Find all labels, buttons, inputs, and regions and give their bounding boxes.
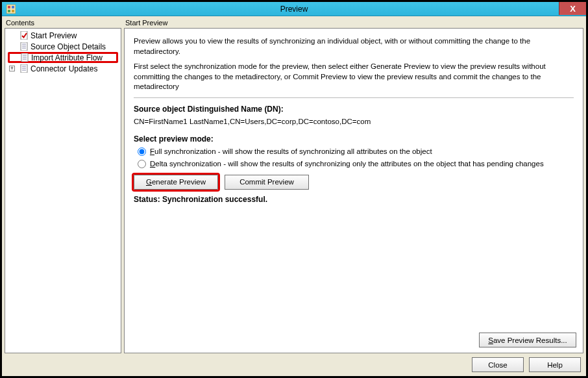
tree-item-label: Start Preview (31, 31, 77, 40)
doc-icon (19, 42, 29, 51)
tree-item-label: Source Object Details (31, 42, 106, 51)
titlebar: Preview X (2, 2, 586, 16)
preview-window: Preview X Contents Start Preview (0, 0, 588, 378)
close-icon[interactable]: X (559, 2, 586, 15)
client-area: Contents Start Preview (2, 16, 586, 376)
doc-icon (20, 53, 29, 62)
sidebar-header: Contents (5, 18, 121, 28)
radio-full-sync[interactable]: Full synchronization - will show the res… (134, 147, 574, 156)
content-header: Start Preview (124, 18, 583, 28)
tree-item-start-preview[interactable]: Start Preview (5, 30, 121, 41)
svg-rect-5 (21, 31, 27, 40)
sidebar: Contents Start Preview (5, 18, 121, 353)
tree-view[interactable]: Start Preview Source Object Details (5, 28, 121, 353)
app-icon (6, 4, 16, 14)
commit-preview-button[interactable]: Commit Preview (225, 175, 309, 190)
radio-delta-sync[interactable]: Delta synchronization - will show the re… (134, 160, 574, 168)
tree-item-label: Connector Updates (31, 64, 97, 73)
dn-value: CN=FirstName1 LastName1,CN=Users,DC=corp… (134, 118, 574, 125)
intro-text-2: First select the synchronization mode fo… (134, 62, 574, 92)
mode-label: Select preview mode: (134, 134, 574, 144)
check-doc-icon (19, 31, 29, 40)
intro-text-1: Preview allows you to view the results o… (134, 36, 574, 57)
window-title: Preview (280, 5, 308, 14)
tree-item-connector-updates[interactable]: + Connector Updates (5, 63, 121, 74)
tree-item-label: Import Attribute Flow (31, 53, 103, 62)
help-button[interactable]: Help (529, 357, 581, 372)
radio-delta-label: Delta synchronization - will show the re… (150, 160, 544, 168)
footer-buttons: Close Help (5, 353, 583, 373)
content-box: Preview allows you to view the results o… (124, 28, 583, 353)
tree-item-import-attribute-flow[interactable]: Import Attribute Flow (8, 52, 118, 63)
close-button[interactable]: Close (472, 357, 524, 372)
save-preview-results-button[interactable]: Save Preview Results... (479, 333, 576, 347)
content-panel: Start Preview Preview allows you to view… (124, 18, 583, 353)
svg-rect-2 (12, 6, 14, 8)
tree-item-source-object-details[interactable]: Source Object Details (5, 41, 121, 52)
button-row: Generate Preview Commit Preview (134, 175, 574, 190)
generate-preview-button[interactable]: Generate Preview (134, 175, 218, 190)
radio-full-label: Full synchronization - will show the res… (150, 147, 432, 155)
divider (134, 97, 574, 98)
svg-rect-3 (8, 10, 10, 12)
save-button-wrap: Save Preview Results... (479, 333, 576, 347)
svg-rect-1 (8, 6, 10, 8)
status-text: Status: Synchronization successful. (134, 195, 574, 204)
main-area: Contents Start Preview (5, 18, 583, 353)
dn-label: Source object Distinguished Name (DN): (134, 105, 574, 114)
radio-full-input[interactable] (138, 147, 146, 156)
radio-delta-input[interactable] (138, 160, 146, 168)
svg-rect-4 (12, 10, 14, 12)
expand-icon[interactable]: + (9, 66, 15, 71)
doc-icon (19, 64, 29, 73)
